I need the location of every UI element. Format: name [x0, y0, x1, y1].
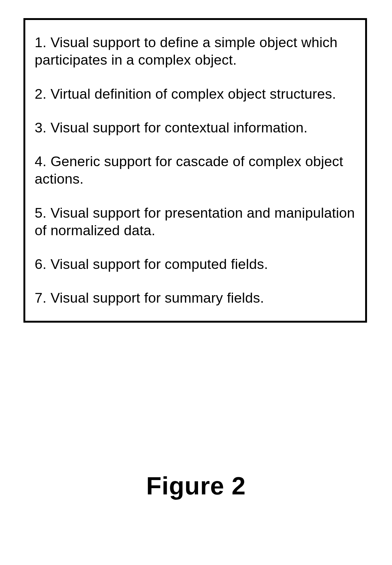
list-item-6: 6. Visual support for computed fields. — [35, 255, 356, 273]
list-item-5: 5. Visual support for presentation and m… — [35, 204, 356, 240]
list-item-4: 4. Generic support for cascade of comple… — [35, 153, 356, 188]
content-box: 1. Visual support to define a simple obj… — [23, 18, 367, 323]
list-item-7: 7. Visual support for summary fields. — [35, 289, 356, 307]
list-item-2: 2. Virtual definition of complex object … — [35, 85, 356, 103]
figure-label: Figure 2 — [0, 472, 392, 500]
list-item-1: 1. Visual support to define a simple obj… — [35, 34, 356, 69]
list-item-3: 3. Visual support for contextual informa… — [35, 119, 356, 136]
